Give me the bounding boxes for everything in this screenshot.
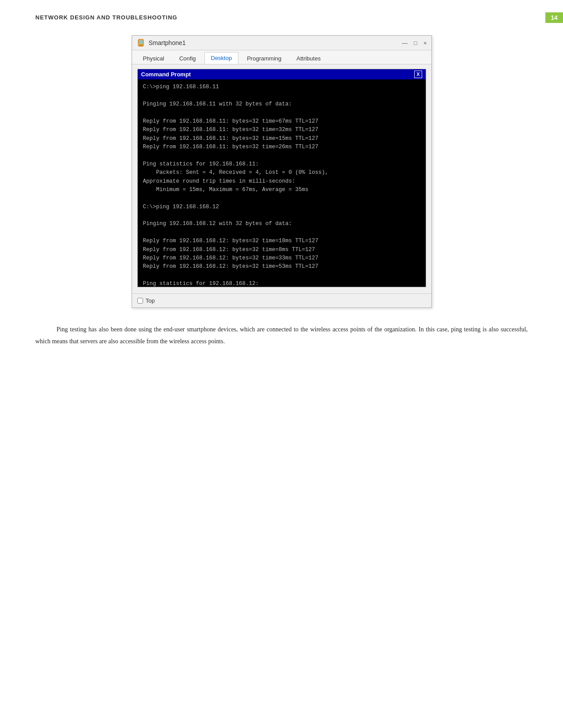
page-content: Smartphone1 — □ × Physical Config Deskto…	[35, 35, 528, 356]
tab-config[interactable]: Config	[173, 53, 203, 64]
cmd-line: Reply from 192.168.168.12: bytes=32 time…	[143, 237, 420, 245]
cmd-line: Reply from 192.168.168.11: bytes=32 time…	[143, 143, 420, 151]
body-text: Ping testing has also been done using th…	[35, 324, 528, 347]
cmd-line: Minimum = 15ms, Maximum = 67ms, Average …	[143, 186, 420, 194]
close-button[interactable]: ×	[423, 40, 427, 46]
cmd-titlebar: Command Prompt X	[138, 69, 426, 79]
simulator-body: Command Prompt X C:\>ping 192.168.168.11…	[132, 64, 431, 293]
simulator-titlebar: Smartphone1 — □ ×	[132, 36, 431, 50]
tab-programming[interactable]: Programming	[240, 53, 288, 64]
cmd-line	[143, 229, 420, 237]
cmd-line: Pinging 192.168.168.12 with 32 bytes of …	[143, 220, 420, 228]
svg-rect-1	[140, 45, 142, 46]
sim-title-left: Smartphone1	[136, 38, 186, 47]
cmd-line	[143, 151, 420, 160]
cmd-line	[143, 194, 420, 203]
maximize-button[interactable]: □	[414, 40, 417, 46]
cmd-line: Pinging 192.168.168.11 with 32 bytes of …	[143, 100, 420, 109]
cmd-line: Approximate round trip times in milli-se…	[143, 177, 420, 186]
cmd-line	[143, 211, 420, 220]
top-checkbox[interactable]	[137, 298, 143, 304]
cmd-close-button[interactable]: X	[414, 71, 422, 78]
cmd-line: Reply from 192.168.168.11: bytes=32 time…	[143, 135, 420, 143]
command-prompt-window: Command Prompt X C:\>ping 192.168.168.11…	[137, 69, 426, 287]
cmd-line	[143, 109, 420, 117]
top-checkbox-label: Top	[146, 297, 155, 304]
cmd-line: Reply from 192.168.168.12: bytes=32 time…	[143, 254, 420, 263]
page-number-badge: 14	[545, 12, 563, 23]
cmd-line: Ping statistics for 192.168.168.11:	[143, 160, 420, 169]
body-paragraph-1: Ping testing has also been done using th…	[35, 324, 528, 347]
cmd-line	[143, 92, 420, 100]
cmd-line: Reply from 192.168.168.11: bytes=32 time…	[143, 117, 420, 126]
cmd-line: Reply from 192.168.168.11: bytes=32 time…	[143, 126, 420, 134]
cmd-content[interactable]: C:\>ping 192.168.168.11 Pinging 192.168.…	[138, 79, 426, 287]
cmd-line: Ping statistics for 192.168.168.12:	[143, 280, 420, 287]
simulator-tabbar: Physical Config Desktop Programming Attr…	[132, 50, 431, 64]
tab-desktop[interactable]: Desktop	[204, 52, 239, 64]
cmd-title: Command Prompt	[141, 71, 191, 78]
cmd-line: Reply from 192.168.168.12: bytes=32 time…	[143, 263, 420, 271]
tab-physical[interactable]: Physical	[136, 53, 171, 64]
tab-attributes[interactable]: Attributes	[290, 53, 327, 64]
svg-rect-2	[139, 40, 143, 44]
simulator-title: Smartphone1	[149, 39, 186, 46]
window-controls: — □ ×	[402, 40, 427, 46]
minimize-button[interactable]: —	[402, 40, 408, 46]
page-header-title: NETWORK DESIGN AND TROUBLESHOOTING	[35, 14, 178, 21]
smartphone-icon	[136, 38, 145, 47]
cmd-line	[143, 271, 420, 280]
simulator-footer: Top	[132, 293, 431, 308]
cmd-line: C:\>ping 192.168.168.11	[143, 83, 420, 91]
cmd-line: Reply from 192.168.168.12: bytes=32 time…	[143, 246, 420, 254]
cmd-line: C:\>ping 192.168.168.12	[143, 203, 420, 211]
simulator-window: Smartphone1 — □ × Physical Config Deskto…	[132, 35, 432, 308]
cmd-line: Packets: Sent = 4, Received = 4, Lost = …	[143, 169, 420, 177]
